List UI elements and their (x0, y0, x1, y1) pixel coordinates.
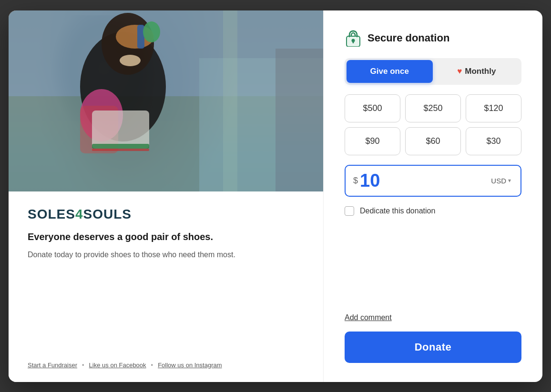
heart-icon: ♥ (457, 67, 462, 76)
left-panel: SOLES4SOULS Everyone deserves a good pai… (9, 10, 323, 382)
overlay: SOLES4SOULS Everyone deserves a good pai… (0, 0, 551, 392)
svg-rect-12 (92, 149, 149, 151)
amount-250[interactable]: $250 (405, 94, 461, 122)
secure-title: Secure donation (367, 32, 449, 44)
spacer (345, 225, 521, 304)
monthly-tab[interactable]: ♥Monthly (434, 60, 520, 83)
currency-selector[interactable]: USD ▾ (489, 175, 513, 187)
secure-lock-icon (345, 30, 362, 47)
svg-rect-8 (137, 25, 144, 49)
info-area: SOLES4SOULS Everyone deserves a good pai… (9, 191, 323, 382)
dollar-sign: $ (353, 176, 358, 186)
secure-header: Secure donation (345, 30, 521, 47)
fundraiser-link[interactable]: Start a Fundraiser (28, 362, 77, 369)
separator-2: • (151, 362, 153, 369)
svg-rect-11 (92, 144, 149, 149)
amount-grid: $500 $250 $120 $90 $60 $30 (345, 94, 521, 155)
right-panel: Secure donation Give once ♥Monthly $500 … (323, 10, 542, 382)
amount-500[interactable]: $500 (345, 94, 400, 122)
tagline: Everyone deserves a good pair of shoes. (28, 231, 304, 243)
dedicate-checkbox[interactable] (345, 206, 354, 216)
dedicate-row: Dedicate this donation (345, 206, 521, 216)
svg-rect-14 (223, 10, 237, 191)
custom-amount-input[interactable] (360, 171, 487, 191)
give-once-tab[interactable]: Give once (347, 60, 433, 83)
svg-rect-10 (92, 111, 149, 149)
svg-point-9 (143, 21, 160, 42)
amount-60[interactable]: $60 (405, 127, 461, 155)
description: Donate today to provide shoes to those w… (28, 249, 304, 261)
svg-rect-15 (276, 49, 323, 191)
donation-modal: SOLES4SOULS Everyone deserves a good pai… (9, 10, 542, 382)
instagram-link[interactable]: Follow us on Instagram (158, 362, 222, 369)
svg-point-4 (120, 55, 141, 66)
dedicate-label: Dedicate this donation (360, 207, 435, 215)
facebook-link[interactable]: Like us on Facebook (89, 362, 146, 369)
hero-photo (9, 10, 323, 191)
donation-tabs: Give once ♥Monthly (345, 58, 521, 85)
currency-label: USD (491, 177, 506, 185)
amount-120[interactable]: $120 (466, 94, 521, 122)
amount-90[interactable]: $90 (345, 127, 400, 155)
separator-1: • (82, 362, 84, 369)
custom-amount-wrapper: $ USD ▾ (345, 165, 521, 197)
add-comment-button[interactable]: Add comment (345, 313, 521, 322)
amount-30[interactable]: $30 (466, 127, 521, 155)
org-logo: SOLES4SOULS (28, 207, 304, 222)
chevron-down-icon: ▾ (508, 177, 511, 184)
footer-links: Start a Fundraiser • Like us on Facebook… (28, 362, 304, 369)
svg-rect-20 (353, 41, 354, 43)
donate-button[interactable]: Donate (345, 332, 521, 363)
